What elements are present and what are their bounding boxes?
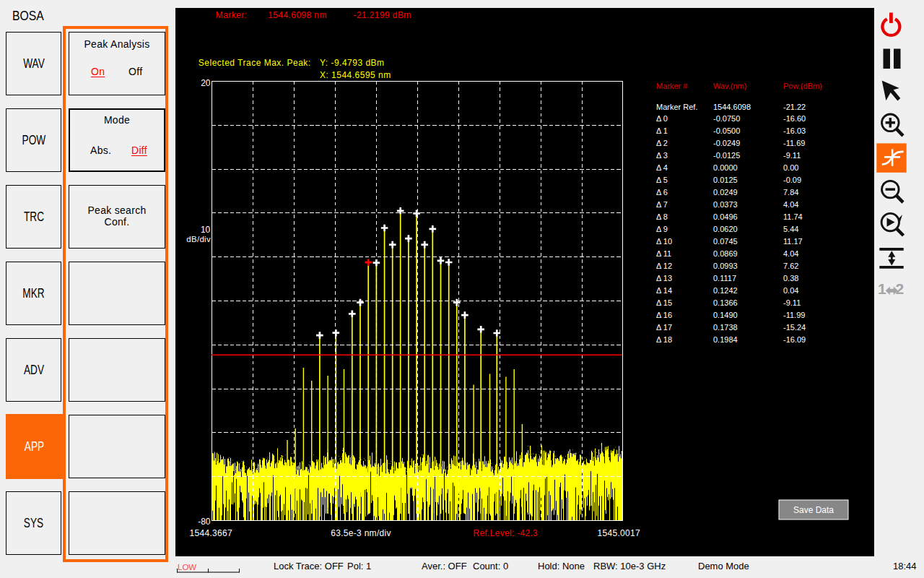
svg-text:Δ 16: Δ 16 (656, 311, 672, 319)
svg-text:0.04: 0.04 (783, 286, 798, 295)
svg-text:-9.11: -9.11 (783, 151, 801, 160)
svg-text:20: 20 (201, 78, 211, 88)
svg-text:4.04: 4.04 (783, 249, 798, 258)
svg-text:1544.6098: 1544.6098 (713, 103, 751, 111)
svg-text:X: 1544.6595 nm: X: 1544.6595 nm (320, 70, 391, 80)
svg-text:11.74: 11.74 (783, 212, 803, 221)
svg-text:Δ 5: Δ 5 (656, 176, 668, 184)
svg-text:Δ 3: Δ 3 (656, 151, 668, 160)
svg-text:Δ 0: Δ 0 (656, 114, 668, 123)
svg-text:Marker:: Marker: (216, 10, 247, 20)
svg-text:Marker #: Marker # (656, 82, 688, 90)
svg-text:-0.0249: -0.0249 (713, 139, 740, 147)
svg-text:Δ 13: Δ 13 (656, 274, 672, 282)
svg-text:Δ 15: Δ 15 (656, 298, 672, 307)
svg-text:0.00: 0.00 (783, 163, 798, 172)
svg-text:Save Data: Save Data (793, 505, 834, 515)
svg-text:0.38: 0.38 (783, 274, 798, 282)
svg-text:-21.2199 dBm: -21.2199 dBm (354, 10, 411, 20)
svg-text:1: 1 (878, 280, 886, 297)
svg-text:Selected Trace Max. Peak:: Selected Trace Max. Peak: (199, 58, 311, 68)
svg-text:Δ 6: Δ 6 (656, 188, 668, 197)
svg-text:-16.03: -16.03 (783, 126, 806, 135)
svg-text:Marker Ref.: Marker Ref. (656, 103, 697, 111)
svg-text:11.17: 11.17 (783, 237, 803, 246)
svg-text:Δ 7: Δ 7 (656, 200, 668, 209)
svg-text:Wav.(nm): Wav.(nm) (713, 82, 746, 90)
svg-text:Δ 9: Δ 9 (656, 225, 668, 233)
svg-text:-11.99: -11.99 (783, 311, 805, 319)
svg-text:0.1366: 0.1366 (713, 298, 738, 307)
svg-text:5.44: 5.44 (783, 225, 798, 233)
svg-text:Ref.Level: -42.3: Ref.Level: -42.3 (474, 528, 539, 538)
svg-text:0.1117: 0.1117 (713, 274, 736, 282)
svg-text:0.1490: 0.1490 (713, 311, 738, 319)
svg-text:0.1242: 0.1242 (713, 286, 738, 295)
svg-text:-21.22: -21.22 (783, 103, 806, 111)
svg-text:-0.0500: -0.0500 (713, 126, 740, 135)
svg-text:7.84: 7.84 (783, 188, 798, 197)
svg-text:Δ 4: Δ 4 (656, 163, 668, 172)
svg-text:-80: -80 (198, 517, 211, 527)
svg-text:0.0620: 0.0620 (713, 225, 738, 233)
svg-text:1544.3667: 1544.3667 (190, 528, 232, 538)
svg-text:0.1738: 0.1738 (713, 323, 738, 332)
svg-text:0.0993: 0.0993 (713, 262, 738, 270)
svg-text:1545.0017: 1545.0017 (598, 528, 640, 538)
svg-text:Δ 1: Δ 1 (656, 126, 668, 135)
svg-text:Δ 11: Δ 11 (656, 249, 671, 258)
svg-text:Δ 12: Δ 12 (656, 262, 672, 270)
svg-text:0.0869: 0.0869 (713, 249, 738, 258)
svg-text:-16.09: -16.09 (783, 335, 806, 344)
svg-text:Δ 10: Δ 10 (656, 237, 672, 246)
svg-text:-0.0125: -0.0125 (713, 151, 740, 160)
svg-text:Δ 18: Δ 18 (656, 335, 672, 344)
svg-text:-15.24: -15.24 (783, 323, 806, 332)
svg-text:dB/div: dB/div (186, 235, 211, 243)
svg-text:-0.0750: -0.0750 (713, 114, 740, 123)
svg-text:0.0373: 0.0373 (713, 200, 738, 209)
svg-text:0.0249: 0.0249 (713, 188, 738, 197)
svg-text:Δ 17: Δ 17 (656, 323, 672, 332)
svg-text:-9.11: -9.11 (783, 298, 801, 307)
svg-text:0.0745: 0.0745 (713, 237, 738, 246)
svg-text:0.0000: 0.0000 (713, 163, 738, 172)
svg-text:0.1984: 0.1984 (713, 335, 738, 344)
svg-text:0.0125: 0.0125 (713, 176, 738, 184)
svg-text:63.5e-3 nm/div: 63.5e-3 nm/div (331, 528, 391, 538)
svg-text:-0.09: -0.09 (783, 176, 801, 184)
svg-text:-11.69: -11.69 (783, 139, 805, 147)
svg-text:Δ 8: Δ 8 (656, 212, 668, 221)
svg-text:2: 2 (896, 280, 905, 297)
svg-text:Δ 14: Δ 14 (656, 286, 672, 295)
svg-text:4.04: 4.04 (783, 200, 798, 209)
svg-text:Y: -9.4793 dBm: Y: -9.4793 dBm (320, 58, 385, 68)
svg-text:1544.6098 nm: 1544.6098 nm (268, 10, 327, 20)
svg-text:Pow.(dBm): Pow.(dBm) (783, 82, 822, 90)
svg-text:-16.60: -16.60 (783, 114, 806, 123)
svg-text:7.62: 7.62 (783, 262, 798, 270)
svg-text:10: 10 (201, 225, 211, 235)
svg-text:Δ 2: Δ 2 (656, 139, 668, 147)
svg-text:0.0496: 0.0496 (713, 212, 738, 221)
